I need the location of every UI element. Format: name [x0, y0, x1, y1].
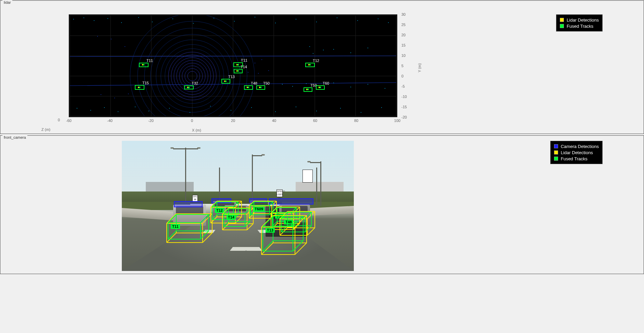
svg-rect-91 [248, 72, 248, 73]
y-tick: 10 [401, 53, 415, 58]
track-label: T13 [266, 228, 275, 233]
lidar-legend[interactable]: Lidar DetectionsFused Tracks [556, 14, 603, 32]
y-tick: 30 [401, 12, 415, 16]
fused-track-box[interactable] [256, 85, 265, 90]
fused-track-box[interactable] [316, 85, 325, 90]
svg-rect-90 [261, 59, 262, 60]
svg-rect-65 [340, 108, 341, 109]
svg-rect-60 [231, 110, 231, 111]
legend-entry[interactable]: Fused Tracks [554, 156, 599, 162]
svg-rect-89 [255, 63, 255, 63]
svg-rect-61 [251, 107, 252, 108]
y-tick: -5 [401, 84, 415, 88]
svg-rect-47 [337, 17, 337, 18]
svg-rect-48 [357, 20, 358, 21]
svg-rect-45 [296, 19, 296, 20]
legend-swatch [554, 144, 558, 148]
x-tick: -40 [103, 119, 117, 123]
svg-rect-73 [368, 48, 368, 48]
y-tick: 5 [401, 64, 415, 68]
lamp-icon [307, 161, 311, 162]
track-label: T609 [253, 207, 265, 211]
svg-rect-85 [101, 94, 101, 95]
fused-track-box[interactable] [139, 63, 149, 67]
track-label: T50 [263, 81, 270, 85]
camera-view[interactable]: SPEEDLIMIT40 SPD30 T11T12T14T609T50T48T1… [122, 141, 354, 271]
vehicle [173, 205, 206, 226]
svg-rect-78 [333, 83, 334, 83]
x-tick: 40 [267, 119, 281, 123]
light-pole [185, 148, 186, 207]
legend-label: Lidar Detections [567, 17, 599, 23]
camera-detection-box[interactable] [174, 201, 203, 207]
legend-label: Camera Detections [561, 144, 599, 149]
track-label: T14 [227, 215, 236, 220]
svg-rect-67 [381, 107, 382, 108]
svg-rect-68 [309, 46, 310, 47]
svg-rect-55 [135, 107, 136, 107]
legend-swatch [560, 24, 564, 28]
x-tick: 80 [349, 119, 363, 123]
fused-track-box[interactable] [244, 85, 253, 90]
svg-rect-59 [210, 106, 211, 107]
lidar-panel-title: lidar [2, 0, 12, 4]
x-tick: 20 [226, 119, 240, 123]
fused-track-box[interactable] [305, 63, 315, 67]
legend-entry[interactable]: Camera Detections [554, 143, 599, 149]
lamp-icon [261, 154, 265, 156]
legend-entry[interactable]: Lidar Detections [560, 17, 599, 23]
svg-rect-87 [128, 94, 129, 94]
svg-rect-40 [193, 23, 194, 24]
x-tick: -20 [144, 119, 158, 123]
camera-detection-box[interactable] [269, 198, 313, 205]
x-tick: 0 [185, 119, 199, 123]
y-tick: 0 [401, 74, 415, 78]
x-tick: -60 [62, 119, 76, 123]
svg-rect-42 [234, 21, 235, 22]
svg-rect-39 [172, 18, 173, 19]
svg-rect-37 [138, 17, 139, 18]
z-axis-label: Z (m) [41, 127, 50, 132]
track-label: T60 [323, 81, 329, 85]
svg-rect-35 [107, 18, 108, 19]
legend-entry[interactable]: Fused Tracks [560, 23, 599, 29]
track-label: T32 [192, 81, 198, 85]
track-label: T48 [251, 81, 257, 85]
legend-label: Lidar Detections [561, 150, 593, 155]
y-tick: 25 [401, 23, 415, 27]
svg-rect-79 [350, 87, 351, 87]
track-label: T50 [275, 214, 284, 219]
track-label: T11 [171, 224, 180, 229]
track-label: T11 [146, 59, 153, 63]
svg-rect-36 [121, 22, 122, 23]
fused-track-box[interactable] [221, 79, 230, 84]
fused-track-box[interactable] [135, 85, 144, 90]
svg-rect-49 [378, 18, 378, 19]
lidar-pointcloud-plot[interactable]: T11T12T13T14T15T11T32T48T50T59T60 [69, 14, 397, 117]
light-pole [320, 161, 321, 206]
svg-rect-57 [169, 108, 170, 109]
y-tick: -20 [401, 115, 415, 119]
legend-entry[interactable]: Lidar Detections [554, 149, 599, 156]
fused-track-box[interactable] [234, 69, 243, 73]
flag-pole [316, 168, 317, 206]
camera-detection-box[interactable] [211, 198, 231, 203]
fused-track-box[interactable] [304, 87, 312, 92]
y-tick: -10 [401, 95, 415, 99]
svg-rect-84 [125, 46, 125, 47]
svg-rect-50 [388, 22, 389, 23]
svg-rect-34 [94, 20, 94, 21]
fused-track-box[interactable] [184, 85, 194, 89]
track-label: T11 [241, 58, 247, 62]
speed-limit-sign: SPEEDLIMIT40 [276, 189, 283, 197]
legend-swatch [560, 18, 564, 22]
camera-legend[interactable]: Camera DetectionsLidar DetectionsFused T… [550, 141, 603, 164]
svg-rect-33 [83, 17, 84, 18]
svg-rect-72 [350, 52, 351, 53]
svg-rect-86 [114, 98, 115, 98]
camera-detection-box[interactable] [249, 198, 267, 202]
svg-rect-64 [316, 111, 317, 111]
svg-rect-69 [313, 53, 313, 54]
svg-rect-66 [361, 112, 361, 113]
svg-rect-81 [385, 88, 385, 89]
